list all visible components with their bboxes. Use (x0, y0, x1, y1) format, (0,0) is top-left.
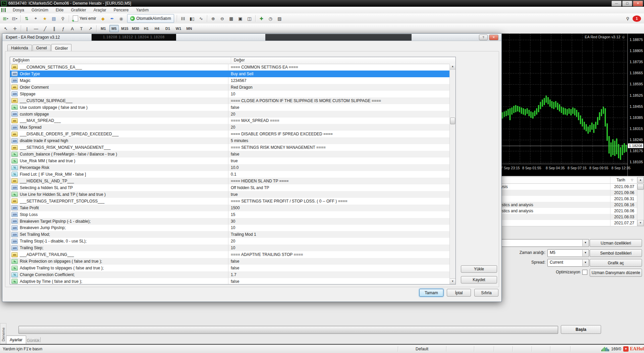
optimization-checkbox[interactable] (582, 270, 587, 275)
timeframe-h4[interactable]: H4 (152, 25, 162, 32)
market-watch-button[interactable]: ⇅ (22, 14, 31, 23)
param-row[interactable]: ab___MAX_SPREAD___==== MAX_SPREAD ==== (10, 118, 450, 124)
param-row[interactable]: ∿Adaptive by Time ( false and true );fal… (10, 278, 450, 284)
param-row[interactable]: 123Trailing Stop(-1 - disable, 0 - use S… (10, 238, 450, 245)
tab-hakk-nda[interactable]: Hakkında (7, 45, 32, 51)
report-list-header[interactable]: Tarih ▽ (491, 177, 644, 184)
status-profile[interactable]: Default (398, 345, 446, 353)
param-row[interactable]: ∿Use custom slippage ( false and true )f… (10, 104, 450, 111)
reset-button[interactable]: Sıfırla (474, 289, 498, 297)
channel-tool[interactable]: ∥ (50, 25, 58, 33)
param-row[interactable]: 123Stop Loss15 (10, 211, 450, 218)
arrange-windows-button[interactable]: ◫ (245, 14, 254, 23)
param-row[interactable]: ½Fixed Lot: [ IF Use_Risk_MM - false ]0.… (10, 171, 450, 178)
strategy-tester-button[interactable]: ⚲ (59, 14, 67, 23)
param-row[interactable]: 123Take Profit1500 (10, 205, 450, 211)
dialog-help-button[interactable]: ? (479, 35, 488, 40)
param-row[interactable]: 123Set Trailing Mod;Trailing Mod 1 (10, 231, 450, 238)
sounds-button[interactable]: ◉ (117, 14, 125, 23)
param-row[interactable]: ab___SETTINGS_TAKEPROFIT_STOPLOSS___====… (10, 198, 450, 205)
date-column-header[interactable]: Tarih (611, 177, 631, 183)
table-scrollbar[interactable]: ▲ ▼ (449, 64, 455, 284)
dialog-titlebar[interactable]: Expert - EA Red Dragon v3.12 1.18208 1.1… (2, 34, 501, 41)
horizontal-line-tool[interactable]: — (32, 25, 40, 33)
fibonacci-tool[interactable]: ƒ (59, 25, 67, 33)
navigator-button[interactable]: ★ (41, 14, 49, 23)
param-row[interactable]: abOrder CommentRed Dragon (10, 84, 450, 91)
data-window-button[interactable]: ⌖ (32, 14, 40, 23)
bar-chart-button[interactable]: ☰ (179, 14, 187, 23)
expert-select[interactable]: ▼ (493, 239, 589, 247)
zoom-in-button[interactable]: ⊕ (209, 14, 217, 23)
menu-yard-m[interactable]: Yardım (132, 8, 152, 12)
param-row[interactable]: ∿Use_Risk MM ( false and true )true (10, 158, 450, 164)
param-row[interactable]: 123Breakeven Jump PipsInp;10 (10, 225, 450, 231)
scroll-up-icon[interactable]: ▲ (450, 64, 455, 70)
value-column-header[interactable]: Değer (231, 57, 455, 64)
profiles-button[interactable]: ⊟▾ (10, 14, 19, 23)
report-row[interactable]: ysis2021.09.07 (491, 184, 644, 190)
maximize-button[interactable]: ▢ (622, 1, 632, 6)
param-row[interactable]: 123Slippage10 (10, 91, 450, 97)
param-row[interactable]: 123Max Spread20 (10, 124, 450, 131)
report-row[interactable]: 2021.08.03 (491, 214, 644, 220)
menu-pencere[interactable]: Pencere (110, 8, 132, 12)
arrows-tool[interactable]: ↗ (86, 25, 95, 33)
tile-windows-button[interactable]: ▦ (227, 14, 235, 23)
minimize-button[interactable]: — (611, 1, 622, 6)
modify-expert-button[interactable]: Uzman Danışmanı düzenle (590, 269, 642, 277)
tab-girdiler[interactable]: Girdiler (51, 44, 72, 52)
save-button[interactable]: Kaydet (461, 276, 497, 283)
price-chart[interactable]: 1.188751.188051.187351.186651.185951.185… (496, 34, 644, 176)
param-row[interactable]: ab___COMMON_SETTINGS_EA___==== COMMON SE… (10, 64, 450, 71)
load-button[interactable]: Yükle (461, 265, 497, 273)
vertical-line-tool[interactable]: | (23, 25, 31, 33)
param-row[interactable]: ∿Use Line for Hidden SL and TP ( false a… (10, 191, 450, 198)
templates-button[interactable]: ▨ (275, 14, 284, 23)
timeframe-d1[interactable]: D1 (163, 25, 172, 32)
report-row[interactable]: istics and analysis2021.08.16 (491, 202, 644, 208)
param-row[interactable]: 123custom slippage20 (10, 111, 450, 118)
timeframe-m15[interactable]: M15 (120, 25, 129, 32)
scroll-thumb[interactable] (637, 184, 644, 190)
timeframe-mn[interactable]: MN (184, 25, 194, 32)
report-row[interactable]: 2021.08.31 (491, 196, 644, 202)
community-button[interactable]: ✒ (108, 14, 116, 23)
alerts-button[interactable]: 1 (633, 15, 641, 22)
param-row[interactable]: ab___DISABLE_ORDERS_IF_SPREAD_EXCEEDED__… (10, 131, 450, 137)
crosshair-tool[interactable]: ✛ (11, 25, 19, 33)
report-row[interactable]: 2021.09.06 (491, 190, 644, 196)
new-order-button[interactable]: Yeni emir (70, 14, 99, 23)
report-row[interactable]: 2021.07.27 (491, 220, 644, 226)
param-row[interactable]: ab___ADAPTIVE_TRAILING___==== ADAPTIVE T… (10, 251, 450, 258)
timeframe-m1[interactable]: M1 (99, 25, 108, 32)
menu-grafikler[interactable]: Grafikler (67, 8, 90, 12)
param-row[interactable]: 123disable trade if spread high5 minutes (10, 137, 450, 144)
scroll-down-icon[interactable]: ▼ (637, 220, 644, 226)
scroll-up-icon[interactable]: ▲ (637, 177, 644, 183)
label-tool[interactable]: T (77, 25, 86, 33)
param-row[interactable]: ½Percentage Risk10.0 (10, 164, 450, 171)
new-chart-button[interactable]: ⊞▾ (1, 14, 10, 23)
report-row[interactable]: istics and analysis2021.08.06 (491, 208, 644, 214)
variable-column-header[interactable]: Değişken (10, 57, 231, 64)
text-tool[interactable]: A (68, 25, 76, 33)
timeframe-w1[interactable]: W1 (174, 25, 183, 32)
param-row[interactable]: ∿Risk Protection on slippages ( false an… (10, 258, 450, 265)
periods-button[interactable]: ◷ (266, 14, 275, 23)
report-scrollbar[interactable]: ▲ ▼ (637, 177, 644, 226)
expert-properties-button[interactable]: Uzman özellikleri (590, 239, 642, 247)
param-row[interactable]: ∿Adaptive Trailing to slippages ( false … (10, 265, 450, 271)
line-chart-button[interactable]: ∿ (197, 14, 205, 23)
param-row[interactable]: ab___HIDDEN_SL_AND_TP___==== HIDDEN SL A… (10, 178, 450, 184)
period-select[interactable]: M5 ▼ (547, 249, 589, 257)
close-button[interactable]: ✕ (633, 1, 643, 6)
timeframe-h1[interactable]: H1 (142, 25, 151, 32)
cancel-button[interactable]: İptal (447, 289, 471, 297)
tester-tab-ayarlar[interactable]: Ayarlar (6, 336, 26, 344)
zoom-out-button[interactable]: ⊖ (218, 14, 226, 23)
open-chart-button[interactable]: Grafik aç (590, 259, 642, 267)
param-row[interactable]: 123Selecting a hidden SL and TPOff hidde… (10, 184, 450, 191)
trendline-tool[interactable]: ╱ (41, 25, 49, 33)
cursor-tool[interactable]: ↖ (2, 25, 10, 33)
